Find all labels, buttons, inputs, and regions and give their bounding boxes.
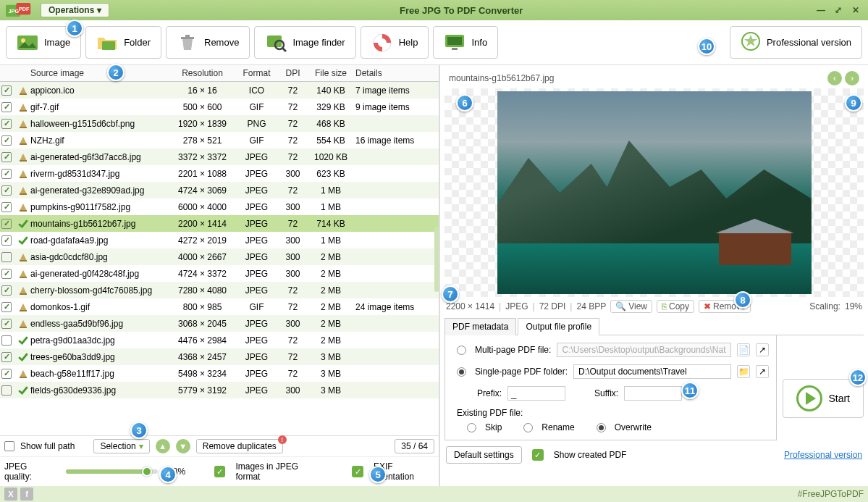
- row-size: 2 MB: [309, 302, 353, 312]
- col-dpi[interactable]: DPI: [277, 68, 309, 78]
- tab-pdf-metadata[interactable]: PDF metadata: [444, 318, 516, 335]
- remove-button[interactable]: Remove: [166, 26, 250, 59]
- show-created-checkbox[interactable]: ✓: [532, 449, 544, 461]
- browse-multi-button[interactable]: 📄: [737, 343, 750, 356]
- row-checkbox[interactable]: [1, 135, 12, 146]
- jpeg-quality-slider[interactable]: [66, 469, 158, 474]
- images-jpeg-checkbox[interactable]: ✓: [214, 466, 226, 477]
- prefix-input[interactable]: [507, 386, 565, 401]
- table-row[interactable]: halloween-g1515d6cbf.png1920 × 1839PNG72…: [0, 115, 439, 132]
- start-button[interactable]: Start: [783, 379, 864, 418]
- row-checkbox[interactable]: [1, 269, 12, 279]
- table-row[interactable]: riverm-gd8531d347.jpg2201 × 1088JPEG3006…: [0, 165, 439, 182]
- row-checkbox[interactable]: [1, 235, 12, 246]
- table-row[interactable]: road-gdafafa4a9.jpg4272 × 2019JPEG3001 M…: [0, 232, 439, 248]
- row-checkbox[interactable]: [1, 85, 12, 96]
- view-button[interactable]: 🔍View: [610, 300, 652, 313]
- row-status-icon: [16, 169, 30, 179]
- image-finder-button[interactable]: Image finder: [254, 26, 355, 59]
- row-dpi: 72: [277, 102, 309, 112]
- copy-button[interactable]: ⎘Copy: [657, 300, 694, 313]
- table-row[interactable]: ai-generated-g32e8909ad.jpg4724 × 3069JP…: [0, 182, 439, 198]
- table-row[interactable]: NZHz.gif278 × 521GIF72554 KB16 image ite…: [0, 132, 439, 148]
- row-checkbox[interactable]: [1, 185, 12, 196]
- row-checkbox[interactable]: [1, 302, 12, 312]
- multi-page-path-input[interactable]: [557, 343, 731, 357]
- professional-version-link[interactable]: Professional version: [784, 450, 862, 460]
- svg-line-11: [282, 48, 286, 51]
- table-row[interactable]: ai-generated-g6f3d7acc8.jpg3372 × 3372JP…: [0, 148, 439, 165]
- share-facebook-icon[interactable]: f: [20, 488, 33, 501]
- multi-page-radio[interactable]: [457, 346, 466, 355]
- callout-1: 1: [66, 20, 83, 37]
- single-page-radio[interactable]: [457, 367, 466, 377]
- add-folder-button[interactable]: Folder: [85, 26, 161, 59]
- remove-duplicates-button[interactable]: Remove duplicates !: [196, 439, 283, 453]
- skip-radio[interactable]: [467, 423, 476, 432]
- close-button[interactable]: ✕: [848, 4, 864, 17]
- info-button[interactable]: Info: [433, 26, 498, 59]
- share-x-icon[interactable]: X: [4, 488, 17, 501]
- col-details[interactable]: Details: [353, 68, 437, 78]
- table-row[interactable]: domonkos-1.gif800 × 985GIF722 MB24 image…: [0, 298, 439, 315]
- col-source[interactable]: Source image: [30, 68, 168, 78]
- table-row[interactable]: appicon.ico16 × 16ICO72140 KB7 image ite…: [0, 82, 439, 99]
- table-row[interactable]: endless-gaa5d9bf96.jpg3068 × 2045JPEG300…: [0, 315, 439, 332]
- tab-output-profile[interactable]: Output file profile: [518, 318, 599, 335]
- overwrite-radio[interactable]: [597, 423, 606, 432]
- row-checkbox[interactable]: [1, 152, 12, 162]
- start-label: Start: [828, 393, 850, 404]
- default-settings-button[interactable]: Default settings: [446, 446, 522, 464]
- help-button[interactable]: Help: [361, 26, 429, 59]
- col-format[interactable]: Format: [237, 68, 277, 78]
- row-checkbox[interactable]: [1, 319, 12, 329]
- row-checkbox[interactable]: [1, 219, 12, 229]
- table-row[interactable]: pumpkins-g9011f7582.jpg6000 × 4000JPEG30…: [0, 198, 439, 215]
- table-row[interactable]: asia-gdc0cdcf80.jpg4000 × 2667JPEG3002 M…: [0, 248, 439, 265]
- scrollbar-thumb[interactable]: [434, 227, 439, 292]
- col-size[interactable]: File size: [309, 68, 353, 78]
- minimize-button[interactable]: —: [813, 4, 829, 17]
- exif-checkbox[interactable]: ✓: [352, 466, 363, 477]
- row-checkbox[interactable]: [1, 119, 12, 129]
- rename-radio[interactable]: [523, 423, 533, 432]
- suffix-input[interactable]: [624, 386, 682, 401]
- table-row[interactable]: ai-generated-g0f428c48f.jpg4724 × 3372JP…: [0, 265, 439, 282]
- row-checkbox[interactable]: [1, 352, 12, 362]
- row-size: 2 MB: [309, 319, 353, 329]
- move-down-button[interactable]: ▼: [176, 439, 190, 453]
- prev-image-button[interactable]: ‹: [827, 71, 842, 85]
- row-checkbox[interactable]: [1, 335, 12, 346]
- row-size: 3 MB: [309, 385, 353, 396]
- professional-version-button[interactable]: Professional version: [730, 26, 862, 59]
- row-checkbox[interactable]: [1, 252, 12, 262]
- row-checkbox[interactable]: [1, 102, 12, 112]
- row-checkbox[interactable]: [1, 369, 12, 379]
- row-filename: trees-ge60ba3dd9.jpg: [30, 352, 168, 362]
- row-checkbox[interactable]: [1, 385, 12, 396]
- open-multi-button[interactable]: ↗: [756, 343, 769, 356]
- operations-menu[interactable]: Operations ▾: [41, 3, 109, 17]
- table-row[interactable]: cherry-blossom-gd4fc76085.jpg7280 × 4080…: [0, 282, 439, 298]
- next-image-button[interactable]: ›: [845, 71, 859, 85]
- table-row[interactable]: petra-g9d01aa3dc.jpg4476 × 2984JPEG722 M…: [0, 332, 439, 348]
- table-row[interactable]: fields-g630de9336.jpg5779 × 3192JPEG3003…: [0, 382, 439, 398]
- open-single-button[interactable]: ↗: [756, 365, 769, 378]
- selection-dropdown[interactable]: Selection ▾: [93, 439, 149, 453]
- row-checkbox[interactable]: [1, 169, 12, 179]
- table-row[interactable]: mountains-g1b5612b67.jpg2200 × 1414JPEG7…: [0, 215, 439, 232]
- table-row[interactable]: trees-ge60ba3dd9.jpg4368 × 2457JPEG723 M…: [0, 348, 439, 365]
- add-image-button[interactable]: 1 Image: [6, 26, 81, 59]
- row-checkbox[interactable]: [1, 202, 12, 212]
- maximize-button[interactable]: ⤢: [830, 4, 846, 17]
- show-full-path-checkbox[interactable]: [4, 441, 14, 451]
- single-page-path-input[interactable]: [573, 364, 731, 379]
- move-up-button[interactable]: ▲: [156, 439, 170, 453]
- browse-single-button[interactable]: 📁: [737, 365, 750, 378]
- row-details: 9 image items: [353, 102, 437, 112]
- col-resolution[interactable]: Resolution: [168, 68, 237, 78]
- table-row[interactable]: gif-7.gif500 × 600GIF72329 KB9 image ite…: [0, 99, 439, 115]
- multi-page-label: Multi-page PDF file:: [475, 345, 551, 355]
- row-checkbox[interactable]: [1, 285, 12, 296]
- table-row[interactable]: beach-g58e11ff17.jpg5498 × 3234JPEG723 M…: [0, 365, 439, 382]
